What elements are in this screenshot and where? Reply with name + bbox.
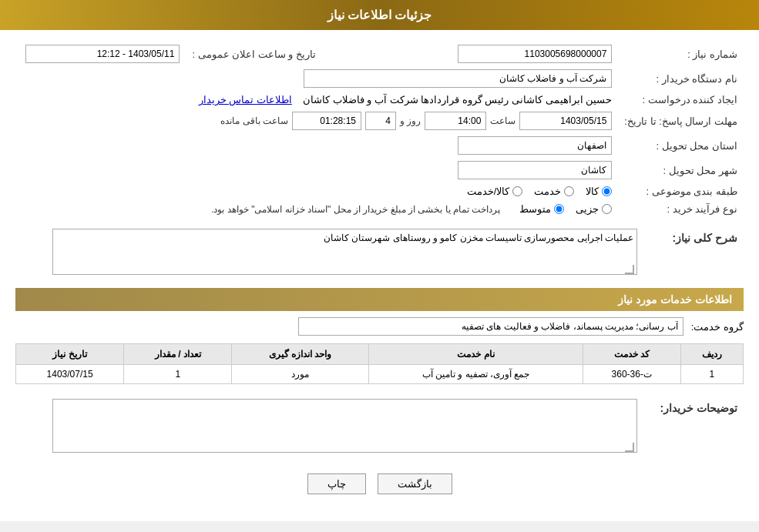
service-group-input[interactable] xyxy=(298,317,683,336)
need-number-row: شماره نیاز : تاریخ و ساعت اعلان عمومی : xyxy=(15,42,744,66)
back-button[interactable]: بازگشت xyxy=(378,473,452,494)
category-label: طبقه بندی موضوعی : xyxy=(618,182,744,200)
category-radio-goods[interactable] xyxy=(602,186,612,196)
deadline-date-input[interactable] xyxy=(519,112,612,130)
buyer-notes-section: توضیحات خریدار: xyxy=(15,396,744,458)
service-table-header-row: ردیف کد خدمت نام خدمت واحد اندازه گیری ت… xyxy=(16,344,744,365)
purchase-radio-partial[interactable] xyxy=(602,204,612,214)
col-header-row: ردیف xyxy=(680,344,743,365)
category-label-goods: کالا xyxy=(586,186,599,197)
buyer-org-label: نام دستگاه خریدار : xyxy=(618,66,744,91)
need-description-textarea[interactable]: عملیات اجرایی محصورسازی تاسیسات مخزن کام… xyxy=(52,229,637,275)
purchase-label-medium: متوسط xyxy=(519,203,551,215)
category-label-service: خدمت xyxy=(534,186,561,197)
buyer-notes-label-text: توضیحات خریدار: xyxy=(660,402,737,414)
category-label-goods-service: کالا/خدمت xyxy=(467,186,510,197)
service-group-label: گروه خدمت: xyxy=(691,321,744,333)
purchase-radio-medium[interactable] xyxy=(554,204,564,214)
page-title: جزئیات اطلاعات نیاز xyxy=(327,8,432,22)
col-header-date: تاریخ نیاز xyxy=(16,344,124,365)
purchase-note: پرداخت تمام یا بخشی از مبلغ خریدار از مح… xyxy=(211,204,500,215)
need-description-wrapper: عملیات اجرایی محصورسازی تاسیسات مخزن کام… xyxy=(52,229,637,277)
deadline-remaining-input[interactable] xyxy=(292,112,361,130)
deadline-label: مهلت ارسال پاسخ: تا تاریخ: xyxy=(618,109,744,133)
table-cell-name: جمع آوری، تصفیه و تامین آب xyxy=(368,365,583,384)
need-description-row: شرح کلی نیاز: عملیات اجرایی محصورسازی تا… xyxy=(15,226,744,280)
col-header-unit: واحد اندازه گیری xyxy=(232,344,369,365)
buyer-org-input[interactable] xyxy=(304,69,612,88)
main-content: شماره نیاز : تاریخ و ساعت اعلان عمومی : … xyxy=(0,30,759,521)
deadline-time-input[interactable] xyxy=(425,112,486,130)
deadline-row-content: ساعت روز و ساعت باقی مانده xyxy=(22,112,612,130)
deadline-row: مهلت ارسال پاسخ: تا تاریخ: ساعت روز و سا… xyxy=(15,109,744,133)
services-section-title: اطلاعات خدمات مورد نیاز xyxy=(15,288,744,311)
col-header-quantity: تعداد / مقدار xyxy=(124,344,232,365)
purchase-option-partial[interactable]: جزیی xyxy=(576,203,612,215)
table-cell-date: 1403/07/15 xyxy=(16,365,124,384)
col-header-code: کد خدمت xyxy=(583,344,680,365)
announce-datetime-label: تاریخ و ساعت اعلان عمومی : xyxy=(186,42,322,66)
page-header: جزئیات اطلاعات نیاز xyxy=(0,0,759,30)
table-cell-code: ت-36-360 xyxy=(583,365,680,384)
need-description-label-text: شرح کلی نیاز: xyxy=(673,232,737,244)
deadline-time-label: ساعت xyxy=(490,115,516,126)
col-header-name: نام خدمت xyxy=(368,344,583,365)
category-option-service[interactable]: خدمت xyxy=(534,186,574,197)
category-radio-goods-service[interactable] xyxy=(512,186,522,196)
category-radio-service[interactable] xyxy=(564,186,574,196)
deadline-remaining-label: ساعت باقی مانده xyxy=(220,115,288,126)
buyer-org-row: نام دستگاه خریدار : xyxy=(15,66,744,91)
print-button[interactable]: چاپ xyxy=(307,473,366,494)
buyer-notes-row: توضیحات خریدار: xyxy=(15,396,744,458)
buyer-notes-label: توضیحات خریدار: xyxy=(643,396,744,458)
buttons-row: بازگشت چاپ xyxy=(15,473,744,494)
creator-row: ایجاد کننده درخواست : حسین ابراهیمی کاشا… xyxy=(15,91,744,109)
purchase-type-label: نوع فرآیند خرید : xyxy=(618,200,744,218)
table-cell-quantity: 1 xyxy=(124,365,232,384)
buyer-notes-wrapper xyxy=(52,399,637,455)
category-radio-group: کالا خدمت کالا/خدمت xyxy=(22,186,612,197)
need-number-input[interactable] xyxy=(458,45,612,63)
need-number-label: شماره نیاز : xyxy=(618,42,744,66)
info-table: شماره نیاز : تاریخ و ساعت اعلان عمومی : … xyxy=(15,42,744,218)
purchase-type-row: نوع فرآیند خرید : جزیی متوسط پرداخت xyxy=(15,200,744,218)
province-row: استان محل تحویل : xyxy=(15,133,744,158)
category-option-goods-service[interactable]: کالا/خدمت xyxy=(467,186,523,197)
need-description-section: شرح کلی نیاز: عملیات اجرایی محصورسازی تا… xyxy=(15,226,744,280)
table-cell-row: 1 xyxy=(680,365,743,384)
service-table: ردیف کد خدمت نام خدمت واحد اندازه گیری ت… xyxy=(15,343,744,384)
page-wrapper: جزئیات اطلاعات نیاز شماره نیاز : تاریخ و… xyxy=(0,0,759,521)
city-input[interactable] xyxy=(458,161,612,179)
deadline-day-label: روز و xyxy=(400,115,421,126)
purchase-label-partial: جزیی xyxy=(576,203,599,215)
city-row: شهر محل تحویل : xyxy=(15,158,744,182)
province-input[interactable] xyxy=(458,136,612,155)
creator-value: حسین ابراهیمی کاشانی رئیس گروه قراردادها… xyxy=(303,94,612,105)
deadline-days-input[interactable] xyxy=(365,112,396,130)
purchase-type-content: جزیی متوسط پرداخت تمام یا بخشی از مبلغ خ… xyxy=(22,203,612,215)
need-description-label: شرح کلی نیاز: xyxy=(643,226,744,280)
table-row: 1ت-36-360جمع آوری، تصفیه و تامین آبمورد1… xyxy=(16,365,744,384)
table-cell-unit: مورد xyxy=(232,365,369,384)
creator-label: ایجاد کننده درخواست : xyxy=(618,91,744,109)
city-label: شهر محل تحویل : xyxy=(618,158,744,182)
province-label: استان محل تحویل : xyxy=(618,133,744,158)
category-option-goods[interactable]: کالا xyxy=(586,186,612,197)
category-row: طبقه بندی موضوعی : کالا خدمت xyxy=(15,182,744,200)
purchase-option-medium[interactable]: متوسط xyxy=(519,203,564,215)
contact-link[interactable]: اطلاعات تماس خریدار xyxy=(199,94,292,105)
service-table-body: 1ت-36-360جمع آوری، تصفیه و تامین آبمورد1… xyxy=(16,365,744,384)
announce-datetime-input[interactable] xyxy=(25,45,180,63)
service-group-row: گروه خدمت: xyxy=(15,317,744,336)
buyer-notes-textarea[interactable] xyxy=(52,399,637,453)
